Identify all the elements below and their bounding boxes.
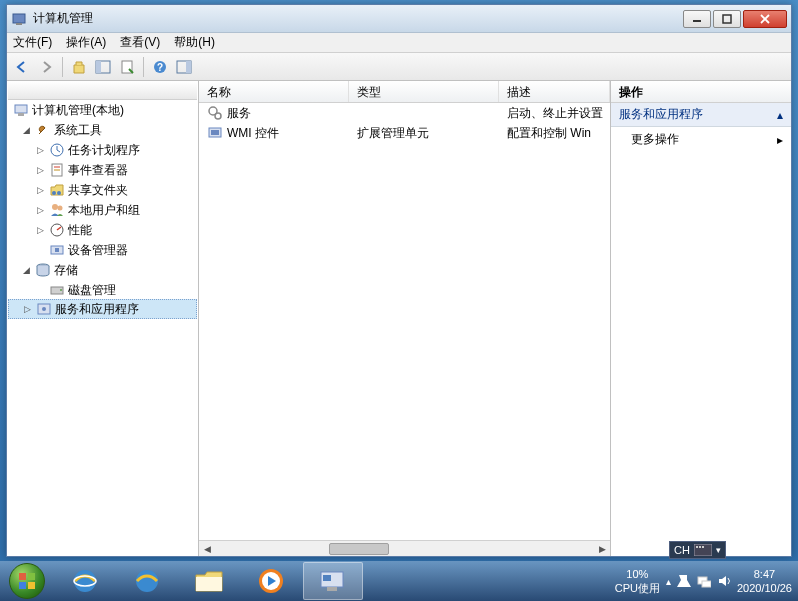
action-center-icon[interactable] [677,574,691,588]
svg-rect-1 [16,23,22,25]
navigation-tree[interactable]: 计算机管理(本地) ◢ 系统工具 ▷ 任务计划程序 ▷ 事件查看器 ▷ 共享文件… [7,81,199,556]
event-log-icon [49,162,65,178]
expand-icon[interactable]: ▷ [34,224,46,236]
close-button[interactable] [743,10,787,28]
expand-icon[interactable]: ▷ [34,204,46,216]
actions-pane: 操作 服务和应用程序 ▴ 更多操作 ▸ [611,81,791,556]
collapse-icon[interactable]: ◢ [20,264,32,276]
svg-rect-38 [702,546,704,548]
minimize-button[interactable] [683,10,711,28]
performance-icon [49,222,65,238]
titlebar[interactable]: 计算机管理 [7,5,791,33]
tree-root[interactable]: 计算机管理(本地) [8,100,197,120]
svg-rect-7 [96,61,101,73]
column-name[interactable]: 名称 [199,81,349,102]
back-button[interactable] [11,56,33,78]
svg-point-28 [60,289,62,291]
item-desc: 启动、终止并设置 [499,105,610,122]
tree-label: 设备管理器 [68,242,128,259]
computer-icon [13,102,29,118]
windows-logo-icon [9,563,45,599]
tree-shared-folders[interactable]: ▷ 共享文件夹 [8,180,197,200]
taskbar[interactable]: 10% CPU使用 ▴ 8:47 2020/10/26 [0,561,798,601]
expand-icon[interactable]: ▷ [34,164,46,176]
tree-header [8,82,197,100]
collapse-icon[interactable]: ◢ [20,124,32,136]
svg-rect-51 [323,575,331,581]
toolbar-separator [62,57,63,77]
maximize-button[interactable] [713,10,741,28]
horizontal-scrollbar[interactable]: ◀ ▶ [199,540,610,556]
scroll-right-icon[interactable]: ▶ [594,542,610,556]
svg-point-45 [136,570,158,592]
system-tray: 10% CPU使用 ▴ 8:47 2020/10/26 [615,567,798,595]
options-icon[interactable]: ▾ [716,545,721,555]
expand-icon[interactable]: ▷ [34,184,46,196]
expand-icon[interactable]: ▷ [34,144,46,156]
tree-services-apps[interactable]: ▷ 服务和应用程序 [8,299,197,319]
shared-folder-icon [49,182,65,198]
taskbar-item-mmc[interactable] [303,562,363,600]
svg-point-43 [74,570,96,592]
actions-section[interactable]: 服务和应用程序 ▴ [611,103,791,127]
tree-storage[interactable]: ◢ 存储 [8,260,197,280]
menu-view[interactable]: 查看(V) [120,34,160,51]
svg-point-19 [52,191,56,195]
language-bar[interactable]: CH ▾ [669,541,726,559]
start-button[interactable] [0,561,54,601]
tray-show-hidden-icon[interactable]: ▴ [666,576,671,587]
menu-action[interactable]: 操作(A) [66,34,106,51]
language-indicator[interactable]: CH [674,544,690,556]
action-more[interactable]: 更多操作 ▸ [611,127,791,152]
tree-system-tools[interactable]: ◢ 系统工具 [8,120,197,140]
list-item[interactable]: WMI 控件 扩展管理单元 配置和控制 Win [199,123,610,143]
expand-icon[interactable]: ▷ [21,303,33,315]
svg-point-22 [58,206,63,211]
computer-management-window: 计算机管理 文件(F) 操作(A) 查看(V) 帮助(H) ? 计算机管理(本地… [6,4,792,557]
list-body[interactable]: 服务 启动、终止并设置 WMI 控件 扩展管理单元 配置和控制 Win [199,103,610,540]
menu-file[interactable]: 文件(F) [13,34,52,51]
svg-point-21 [52,204,58,210]
cpu-meter[interactable]: 10% CPU使用 [615,567,660,595]
taskbar-item-ie[interactable] [55,562,115,600]
show-hide-tree-button[interactable] [92,56,114,78]
column-desc[interactable]: 描述 [499,81,610,102]
tree-disk-management[interactable]: 磁盘管理 [8,280,197,300]
scroll-thumb[interactable] [329,543,389,555]
taskbar-item-explorer[interactable] [179,562,239,600]
action-label: 更多操作 [631,131,679,148]
volume-icon[interactable] [717,574,731,588]
show-hide-action-pane-button[interactable] [173,56,195,78]
scroll-left-icon[interactable]: ◀ [199,542,215,556]
tree-event-viewer[interactable]: ▷ 事件查看器 [8,160,197,180]
scroll-track[interactable] [215,542,594,556]
tree-performance[interactable]: ▷ 性能 [8,220,197,240]
up-button[interactable] [68,56,90,78]
menu-help[interactable]: 帮助(H) [174,34,215,51]
tree-label: 磁盘管理 [68,282,116,299]
list-item[interactable]: 服务 启动、终止并设置 [199,103,610,123]
clock[interactable]: 8:47 2020/10/26 [737,567,792,595]
tree-task-scheduler[interactable]: ▷ 任务计划程序 [8,140,197,160]
tree-label: 系统工具 [54,122,102,139]
taskbar-item-media-player[interactable] [241,562,301,600]
taskbar-item-ie-alt[interactable] [117,562,177,600]
tree-device-manager[interactable]: 设备管理器 [8,240,197,260]
actions-header: 操作 [611,81,791,103]
svg-rect-50 [327,587,337,591]
wrench-icon [35,122,51,138]
properties-button[interactable] [116,56,138,78]
item-name: 服务 [227,105,251,122]
column-type[interactable]: 类型 [349,81,499,102]
keyboard-icon[interactable] [694,544,712,556]
help-button[interactable]: ? [149,56,171,78]
svg-rect-3 [723,15,731,23]
collapse-icon[interactable]: ▴ [777,108,783,122]
tree-local-users[interactable]: ▷ 本地用户和组 [8,200,197,220]
app-icon [11,11,27,27]
svg-rect-13 [15,105,27,113]
network-icon[interactable] [697,574,711,588]
forward-button[interactable] [35,56,57,78]
svg-rect-36 [696,546,698,548]
tree-label: 本地用户和组 [68,202,140,219]
